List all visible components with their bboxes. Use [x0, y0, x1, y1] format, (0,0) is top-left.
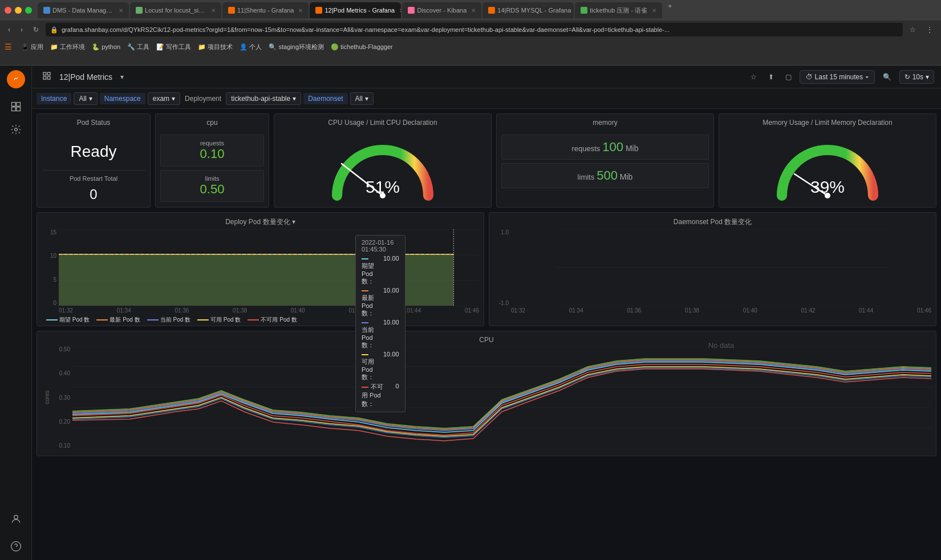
- time-picker[interactable]: ⏱ Last 15 minutes ▾: [800, 70, 874, 84]
- title-dropdown[interactable]: ▾: [117, 71, 127, 83]
- tooltip-row-3: 当前 Pod 数：10.00: [362, 319, 399, 350]
- bookmark-personal[interactable]: 👤 个人: [240, 43, 262, 51]
- cpu-requests-label: requests: [165, 140, 259, 147]
- maximize-button[interactable]: [25, 7, 32, 14]
- daemonset-y-labels: 1.0 0 -1.0: [494, 229, 511, 306]
- svg-rect-4: [16, 107, 20, 111]
- cpu-panel: cpu requests 0.10 limits 0.50: [155, 113, 269, 208]
- pod-status-panel: Pod Status Ready Pod Restart Total 0: [36, 113, 151, 208]
- back-button[interactable]: ‹: [5, 23, 14, 36]
- memory-gauge-container: 39%: [724, 131, 931, 202]
- svg-rect-3: [11, 107, 15, 111]
- svg-point-0: [11, 75, 20, 84]
- cpu-chart-inner: [72, 346, 931, 449]
- sidebar-toggle[interactable]: [39, 69, 55, 84]
- tooltip-row-5: 不可用 Pod 数：0: [362, 383, 399, 408]
- close-button[interactable]: [5, 7, 11, 14]
- monitor-button[interactable]: ▢: [782, 71, 795, 83]
- settings-button[interactable]: ⋮: [923, 23, 936, 36]
- top-panels-row: Pod Status Ready Pod Restart Total 0 cpu…: [36, 113, 936, 208]
- memory-gauge-title: Memory Usage / Limit Memory Declaration: [724, 119, 931, 127]
- bookmarks-bar: ☰ 📱 应用 📁 工作环境 🐍 python 🔧 工具 📝 写作工具 📁 项目技…: [0, 39, 941, 55]
- deploy-pod-chart-inner: 2022-01-16 01:45:30 期望 Pod 数：10.00 最新 Po…: [59, 229, 479, 306]
- bookmark-staging[interactable]: 🔍 staging环境检测: [269, 43, 324, 51]
- pod-restart-title: Pod Restart Total: [42, 175, 145, 182]
- cpu-chart-area: cores 0.50 0.40 0.30 0.20 0.10: [42, 346, 931, 449]
- bookmark-apps[interactable]: 📱 应用: [21, 43, 43, 51]
- svg-point-6: [14, 515, 18, 519]
- daemonset-select[interactable]: All ▾: [350, 92, 374, 105]
- tab-kibana[interactable]: Discover - Kibana ✕: [402, 2, 481, 18]
- bookmark-button[interactable]: ☆: [906, 23, 919, 36]
- sidebar-settings-icon[interactable]: [7, 120, 25, 139]
- sidebar-user-icon[interactable]: [7, 510, 25, 528]
- tab-rds[interactable]: 14|RDS MYSQL - Grafana ✕: [482, 2, 574, 18]
- sidebar-help-icon[interactable]: [7, 537, 25, 555]
- deployment-select[interactable]: tickethub-api-stable ▾: [226, 92, 301, 105]
- tooltip-row-2: 最新 Pod 数：10.00: [362, 287, 399, 318]
- legend-unavailable: 不可用 Pod 数: [248, 316, 297, 324]
- daemonset-chart-inner: No data: [511, 229, 931, 306]
- new-tab-button[interactable]: +: [663, 2, 676, 18]
- forward-button[interactable]: ›: [17, 23, 26, 36]
- deploy-pod-title: Deploy Pod 数量变化 ▾: [42, 217, 479, 227]
- nav-right: ☆ ⬆ ▢ ⏱ Last 15 minutes ▾ 🔍 ↻ 10s ▾: [747, 70, 934, 84]
- tab-bar: DMS - Data Management Se... ✕ Locust for…: [0, 0, 941, 21]
- bookmark-python[interactable]: 🐍 python: [92, 43, 120, 51]
- bookmark-tools[interactable]: 🔧 工具: [127, 43, 149, 51]
- charts-row: Deploy Pod 数量变化 ▾ 15 10 5 0: [36, 212, 936, 326]
- bookmark-writing[interactable]: 📝 写作工具: [156, 43, 191, 51]
- tab-shentu[interactable]: 11|Shentu - Grafana ✕: [222, 2, 309, 18]
- grafana-logo[interactable]: [7, 70, 25, 88]
- namespace-select[interactable]: exam ▾: [148, 92, 180, 105]
- daemonset-label: Daemonset: [303, 93, 347, 104]
- minimize-button[interactable]: [15, 7, 22, 14]
- refresh-button[interactable]: ↻: [30, 23, 42, 36]
- deploy-pod-y-labels: 15 10 5 0: [42, 229, 59, 306]
- daemonset-pod-title: Daemonset Pod 数量变化: [494, 217, 931, 227]
- memory-limits-section: limits500 Mib: [501, 163, 709, 188]
- cpu-limits-value: 0.50: [165, 182, 259, 197]
- memory-title: memory: [501, 119, 709, 127]
- tab-tickethub[interactable]: tickethub 压测 - 语雀 ✕: [575, 2, 662, 18]
- cpu-limits-section: limits 0.50: [160, 170, 264, 202]
- cpu-gauge-title: CPU Usage / Limit CPU Declaration: [279, 119, 486, 127]
- star-button[interactable]: ☆: [747, 71, 760, 83]
- daemonset-pod-panel: Daemonset Pod 数量变化 1.0 0 -1.0: [489, 212, 936, 326]
- url-bar[interactable]: 🔒 grafana.shanbay.com/d/QYkRS2Cik/12-pod…: [46, 23, 903, 36]
- cpu-chart-panel: CPU cores 0.50 0.40 0.30 0.20 0.10: [36, 331, 936, 456]
- share-button[interactable]: ⬆: [765, 71, 777, 83]
- memory-panel: memory requests100 Mib limits500 Mib: [496, 113, 714, 208]
- memory-requests-display: requests100 Mib: [506, 140, 704, 155]
- tooltip-rows: 期望 Pod 数：10.00 最新 Pod 数：10.00 当前 Pod 数：1…: [362, 255, 399, 408]
- cpu-requests-value: 0.10: [165, 147, 259, 161]
- instance-label: Instance: [36, 93, 71, 104]
- svg-point-5: [14, 128, 17, 131]
- tab-pod-metrics[interactable]: 12|Pod Metrics - Grafana ✕: [310, 2, 401, 18]
- namespace-label: Namespace: [100, 93, 145, 104]
- zoom-out-button[interactable]: 🔍: [879, 71, 895, 83]
- deploy-pod-legend: 期望 Pod 数 最新 Pod 数 当前 Pod 数 可用 Pod 数: [42, 314, 479, 326]
- cpu-title: cpu: [160, 119, 264, 127]
- bookmark-tickethub[interactable]: 🟢 tichethub-Flaggger: [331, 43, 393, 51]
- cpu-gauge-panel: CPU Usage / Limit CPU Declaration: [274, 113, 492, 208]
- deploy-pod-panel: Deploy Pod 数量变化 ▾ 15 10 5 0: [36, 212, 484, 326]
- filter-bar: Instance All ▾ Namespace exam ▾ Deployme…: [32, 88, 941, 109]
- daemonset-svg: [511, 229, 931, 306]
- nav-left: 12|Pod Metrics ▾: [39, 69, 127, 84]
- tooltip-row-4: 可用 Pod 数：10.00: [362, 351, 399, 382]
- tab-dms[interactable]: DMS - Data Management Se... ✕: [38, 2, 129, 18]
- svg-rect-2: [16, 103, 20, 107]
- cpu-gauge-container: 51%: [279, 131, 486, 202]
- instance-select[interactable]: All ▾: [74, 92, 97, 105]
- bookmark-tech[interactable]: 📁 项目技术: [198, 43, 233, 51]
- svg-rect-10: [43, 76, 46, 79]
- browser-chrome: DMS - Data Management Se... ✕ Locust for…: [0, 0, 941, 66]
- tab-locust[interactable]: Locust for locust_simple.py ✕: [130, 2, 221, 18]
- refresh-rate[interactable]: ↻ 10s ▾: [899, 70, 934, 84]
- top-nav: 12|Pod Metrics ▾ ☆ ⬆ ▢ ⏱ Last 15 minutes…: [32, 66, 941, 88]
- sidebar-dashboards-icon[interactable]: [7, 98, 25, 116]
- tooltip-time: 2022-01-16 01:45:30: [362, 239, 399, 253]
- bookmark-workspace[interactable]: 📁 工作环境: [50, 43, 85, 51]
- tooltip-row-1: 期望 Pod 数：10.00: [362, 255, 399, 286]
